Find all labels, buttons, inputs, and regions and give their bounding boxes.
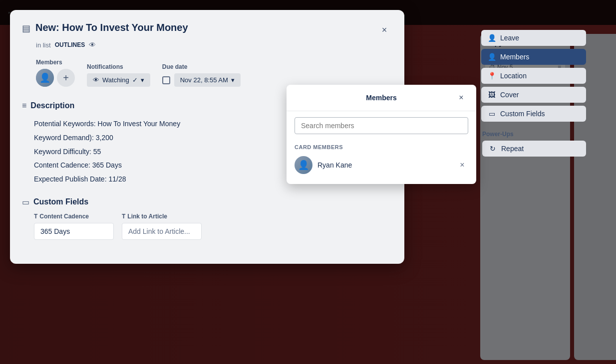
notifications-label: Notifications [87, 63, 150, 70]
members-button[interactable]: 👤 Members [481, 49, 586, 65]
custom-fields-row: T Content Cadence 365 Days T Link to Art… [34, 213, 392, 240]
description-icon: ≡ [22, 101, 26, 110]
repeat-icon: ↻ [488, 145, 497, 153]
custom-field-0: T Content Cadence 365 Days [34, 213, 114, 240]
custom-fields-button[interactable]: ▭ Custom Fields [481, 106, 586, 122]
modal-header: ▤ New: How To Invest Your Money × [22, 22, 392, 38]
custom-field-value-1[interactable]: Add Link to Article... [122, 223, 202, 240]
members-icon: 👤 [487, 53, 496, 61]
repeat-button[interactable]: ↻ Repeat [482, 141, 586, 157]
custom-field-label-0: T Content Cadence [34, 213, 114, 220]
power-ups-label: Power-Ups [482, 131, 586, 138]
modal-title: New: How To Invest Your Money [35, 22, 376, 33]
card-type-icon: ▤ [22, 23, 30, 34]
avatar[interactable] [36, 69, 54, 87]
list-name: OUTLINES [55, 41, 85, 48]
custom-fields-title: Custom Fields [33, 197, 392, 206]
meta-row: Members + Notifications 👁 Watching ✓ ▾ [36, 59, 392, 87]
members-content: + [36, 69, 75, 87]
right-panel: 👤 Leave 👤 Members 📍 Location 🖼 Cover ▭ C… [481, 30, 586, 157]
watching-button[interactable]: 👁 Watching ✓ ▾ [87, 73, 150, 87]
modal-close-button[interactable]: × [376, 22, 392, 38]
modal-subtitle: in list OUTLINES 👁 [36, 41, 392, 49]
leave-icon: 👤 [487, 34, 496, 42]
in-list-prefix: in list [36, 41, 51, 49]
location-icon: 📍 [487, 72, 496, 80]
member-remove-button[interactable]: × [456, 159, 468, 171]
popup-close-button[interactable]: × [454, 91, 468, 105]
cover-button[interactable]: 🖼 Cover [481, 87, 586, 103]
cover-icon: 🖼 [487, 91, 496, 99]
member-name: Ryan Kane [317, 161, 451, 169]
watching-eye-icon: 👁 [93, 76, 99, 84]
custom-field-type-icon-1: T [122, 213, 125, 220]
card-members-label: Card members [287, 140, 476, 152]
search-members-input[interactable] [295, 117, 468, 134]
custom-field-label-1: T Link to Article [122, 213, 202, 220]
due-date-value: Nov 22, 8:55 AM [180, 76, 228, 84]
members-meta-group: Members + [36, 59, 75, 87]
watch-icon: 👁 [89, 41, 96, 49]
due-date-meta-group: Due date Nov 22, 8:55 AM ▾ [162, 63, 241, 87]
watching-chevron-icon: ▾ [141, 76, 144, 84]
popup-header: Members × [287, 91, 476, 111]
due-date-checkbox[interactable] [162, 76, 170, 84]
power-ups-section: Power-Ups ↻ Repeat [481, 131, 586, 157]
location-button[interactable]: 📍 Location [481, 68, 586, 84]
notifications-meta-group: Notifications 👁 Watching ✓ ▾ [87, 63, 150, 87]
due-date-label: Due date [162, 63, 241, 70]
add-member-button[interactable]: + [57, 69, 75, 87]
custom-fields-section-icon: ▭ [22, 197, 29, 207]
watching-label: Watching [102, 76, 129, 84]
custom-field-1: T Link to Article Add Link to Article... [122, 213, 202, 240]
avatar-image [36, 69, 54, 87]
custom-fields-icon: ▭ [487, 110, 496, 118]
due-date-chevron-icon: ▾ [231, 76, 235, 84]
custom-fields-section: ▭ Custom Fields T Content Cadence 365 Da… [22, 197, 392, 240]
members-popup: Members × Card members 👤 Ryan Kane × [287, 85, 476, 184]
custom-field-type-icon-0: T [34, 213, 37, 220]
leave-button[interactable]: 👤 Leave [481, 30, 586, 46]
popup-title: Members [308, 94, 454, 102]
custom-fields-header: ▭ Custom Fields [22, 197, 392, 207]
member-item[interactable]: 👤 Ryan Kane × [287, 152, 476, 178]
member-avatar: 👤 [295, 156, 312, 174]
watching-check-icon: ✓ [132, 76, 138, 84]
custom-field-value-0[interactable]: 365 Days [34, 223, 114, 240]
due-date-button[interactable]: Nov 22, 8:55 AM ▾ [174, 73, 241, 87]
members-label: Members [36, 59, 75, 66]
due-date-row: Nov 22, 8:55 AM ▾ [162, 73, 241, 87]
